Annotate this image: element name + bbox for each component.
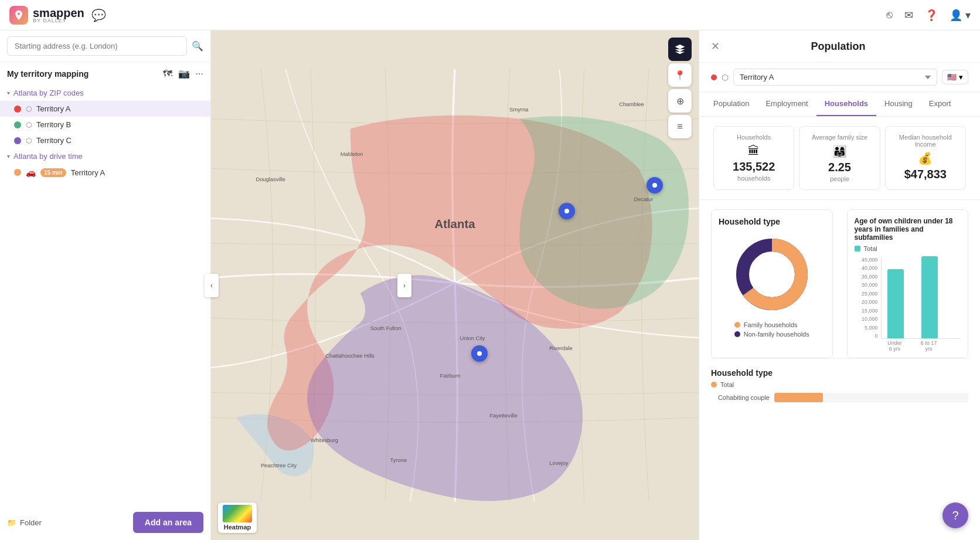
logo-icon (9, 6, 28, 25)
search-input[interactable] (7, 36, 187, 56)
svg-text:Lovejoy: Lovejoy (549, 460, 568, 466)
chat-support-button[interactable]: ? (942, 502, 968, 528)
bar-under6-fill (887, 269, 904, 338)
cohabiting-bar-track (774, 393, 968, 402)
second-chart-title: Household type (711, 368, 968, 378)
territory-select-dropdown[interactable]: Territory A (733, 69, 937, 86)
heatmap-button[interactable]: Heatmap (218, 502, 257, 533)
y-axis: 45,000 40,000 35,000 30,000 25,000 20,00… (855, 257, 878, 339)
family-legend-label: Family households (744, 321, 798, 328)
household-type-title: Household type (719, 217, 825, 226)
stats-row: Households 🏛 135,522 households Average … (699, 117, 980, 200)
group-zip-codes[interactable]: ▾ Atlanta by ZIP codes (0, 85, 210, 101)
cohabiting-label: Cohabiting couple (711, 394, 770, 401)
bar-legend-dot (855, 246, 860, 252)
mail-icon[interactable]: ✉ (904, 9, 913, 22)
stat-households: Households 🏛 135,522 households (713, 126, 794, 190)
svg-text:Tyrone: Tyrone (390, 457, 407, 463)
bar-under6 (887, 269, 904, 338)
family-legend-dot (734, 322, 740, 328)
family-legend-item: Family households (734, 321, 809, 328)
search-button[interactable]: 🔍 (192, 40, 203, 52)
svg-text:Decatur: Decatur (634, 196, 654, 202)
main-content: 🔍 My territory mapping 🗺 📷 ··· ▾ Atlanta… (0, 30, 980, 540)
household-type-chart: Household type (711, 209, 833, 358)
panel-close-button[interactable]: ✕ (711, 40, 720, 53)
x-label-6to17: 6 to 17 yrs (921, 340, 937, 352)
folder-button[interactable]: 📁 Folder (7, 518, 42, 527)
account-icon[interactable]: 👤 ▾ (950, 9, 971, 22)
svg-text:Whitesburg: Whitesburg (311, 437, 338, 443)
tab-export[interactable]: Export (921, 92, 959, 116)
age-children-chart: Age of own children under 18 years in fa… (847, 209, 969, 358)
svg-text:Chamblee: Chamblee (619, 101, 644, 107)
heatmap-label: Heatmap (224, 524, 251, 531)
map-pin-south[interactable] (471, 345, 488, 362)
second-legend-label: Total (720, 381, 734, 388)
map-pin-east[interactable] (646, 177, 663, 193)
donut-chart-area: Family households Non-family households (719, 233, 825, 338)
bar-chart-inner-wrap: 45,000 40,000 35,000 30,000 25,000 20,00… (881, 257, 961, 351)
territory-item-a[interactable]: ⬡ Territory A (0, 101, 210, 117)
territory-b-dot (14, 121, 21, 128)
second-legend-dot (711, 382, 717, 388)
location-tool-button[interactable]: 📍 (668, 63, 692, 87)
charts-row-1: Household type (711, 209, 968, 358)
group-drive-time[interactable]: ▾ Atlanta by drive time (0, 148, 210, 164)
cohabiting-bar: Cohabiting couple (711, 393, 968, 402)
territory-item-b[interactable]: ⬡ Territory B (0, 117, 210, 133)
bar-chart-legend: Total (855, 245, 961, 252)
camera-icon[interactable]: 📷 (178, 68, 190, 79)
x-axis-labels: Under 6 yrs 6 to 17 yrs (881, 339, 961, 353)
charts-container: Household type (699, 200, 980, 416)
help-icon[interactable]: ❓ (925, 9, 938, 22)
territory-item-c[interactable]: ⬡ Territory C (0, 133, 210, 148)
tab-households[interactable]: Households (816, 92, 876, 116)
more-icon[interactable]: ··· (196, 69, 203, 79)
map-view-icon[interactable]: 🗺 (163, 69, 172, 79)
hexagon-icon-c: ⬡ (26, 137, 32, 145)
hexagon-icon-b: ⬡ (26, 121, 32, 129)
svg-text:Douglasville: Douglasville (256, 176, 285, 182)
drive-dot (14, 169, 21, 176)
sidebar: 🔍 My territory mapping 🗺 📷 ··· ▾ Atlanta… (0, 30, 211, 540)
map-area[interactable]: Atlanta Smyrna Chamblee Mableton Douglas… (211, 30, 699, 540)
chevron-down-icon: ▾ (7, 90, 10, 96)
drive-territory-label: Territory A (71, 168, 106, 177)
group-drive-label: Atlanta by drive time (13, 152, 83, 161)
filter-tool-button[interactable]: ⊕ (668, 89, 692, 113)
chevron-down-icon-drive: ▾ (7, 153, 10, 159)
chat-icon[interactable]: 💬 (91, 8, 106, 22)
drive-time-territory-a[interactable]: 🚗 15 min Territory A (0, 164, 210, 181)
map-pin-atlanta[interactable] (559, 203, 575, 219)
non-family-legend-dot (734, 331, 740, 337)
x-label-under6: Under 6 yrs (887, 340, 903, 352)
share-icon[interactable]: ⎋ (886, 9, 893, 21)
hexagon-icon: ⬡ (26, 105, 32, 113)
svg-point-19 (750, 252, 794, 297)
svg-text:Chattahoochee Hills: Chattahoochee Hills (325, 353, 375, 359)
territory-selector-dot (711, 74, 717, 80)
tab-housing[interactable]: Housing (876, 92, 921, 116)
sidebar-collapse-button[interactable]: ‹ (205, 274, 219, 297)
svg-text:South Fulton: South Fulton (370, 325, 401, 331)
income-icon: 💰 (890, 151, 961, 165)
cohabiting-bar-fill (774, 393, 823, 402)
hexagon-selector-icon: ⬡ (722, 73, 729, 82)
tab-employment[interactable]: Employment (757, 92, 816, 116)
add-area-button[interactable]: Add an area (133, 512, 203, 533)
non-family-legend-label: Non-family households (744, 331, 809, 338)
territory-selector: ⬡ Territory A 🇺🇸 ▾ (699, 63, 980, 92)
panel-collapse-button[interactable]: › (397, 274, 411, 297)
bar-6to17 (921, 256, 938, 338)
tab-population[interactable]: Population (705, 92, 757, 116)
data-tool-button[interactable]: ≡ (668, 115, 692, 138)
panel-scroll-area[interactable]: Households 🏛 135,522 households Average … (699, 117, 980, 540)
logo[interactable]: smappen by DALLEY (9, 6, 84, 25)
layers-tool-button[interactable] (668, 38, 692, 61)
donut-legend: Family households Non-family households (734, 321, 809, 338)
flag-select[interactable]: 🇺🇸 ▾ (942, 70, 968, 84)
header: smappen by DALLEY 💬 ⎋ ✉ ❓ 👤 ▾ (0, 0, 980, 30)
folder-icon: 📁 (7, 518, 16, 527)
svg-text:Mableton: Mableton (341, 151, 363, 157)
